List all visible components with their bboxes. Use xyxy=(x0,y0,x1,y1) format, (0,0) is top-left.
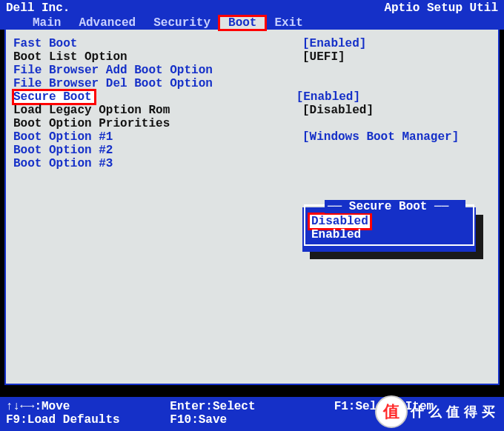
setting-value-5[interactable]: [Enabled] xyxy=(296,90,360,104)
bios-screen: Dell Inc. Aptio Setup Util MainAdvancedS… xyxy=(0,0,504,431)
setting-label-9[interactable]: Boot Option #1 xyxy=(13,130,302,144)
tab-exit[interactable]: Exit xyxy=(265,16,311,30)
secure-boot-popup: ── Secure Boot ── DisabledEnabled xyxy=(302,207,476,252)
watermark: 值 什么值得买 xyxy=(375,395,500,428)
tab-security[interactable]: Security xyxy=(145,16,219,30)
tab-advanced[interactable]: Advanced xyxy=(70,16,145,30)
watermark-icon: 值 xyxy=(375,395,408,428)
setting-label-10[interactable]: Boot Option #2 xyxy=(13,144,302,157)
popup-option-enabled[interactable]: Enabled xyxy=(310,228,468,241)
utility-label: Aptio Setup Util xyxy=(384,1,498,15)
hint-f9: F9:Load Defaults xyxy=(6,413,170,427)
setting-label-11[interactable]: Boot Option #3 xyxy=(13,157,302,170)
hint-move: ↑↓←→:Move xyxy=(6,400,170,413)
hint-enter: Enter:Select xyxy=(170,400,334,413)
tab-bar: MainAdvancedSecurityBootExit xyxy=(6,16,498,30)
watermark-text: 什么值得买 xyxy=(411,403,500,421)
vendor-label: Dell Inc. xyxy=(6,1,70,15)
setting-label-2[interactable]: Boot List Option xyxy=(13,50,302,64)
setting-value-2[interactable]: [UEFI] xyxy=(302,50,345,64)
popup-option-disabled[interactable]: Disabled xyxy=(310,215,370,228)
setting-label-6[interactable]: Load Legacy Option Rom xyxy=(13,104,302,117)
tab-main[interactable]: Main xyxy=(24,16,70,30)
setting-value-0[interactable]: [Enabled] xyxy=(302,37,366,50)
setting-value-6[interactable]: [Disabled] xyxy=(302,104,374,117)
setting-value-9[interactable]: [Windows Boot Manager] xyxy=(302,130,459,144)
setting-label-4[interactable]: File Browser Del Boot Option xyxy=(13,77,302,90)
setting-label-3[interactable]: File Browser Add Boot Option xyxy=(13,64,302,77)
hint-f10: F10:Save xyxy=(170,413,334,427)
bios-header: Dell Inc. Aptio Setup Util MainAdvancedS… xyxy=(0,0,504,30)
setting-label-0[interactable]: Fast Boot xyxy=(13,37,302,50)
setting-label-8: Boot Option Priorities xyxy=(13,117,302,130)
popup-title: ── Secure Boot ── xyxy=(325,200,465,213)
setting-label-5[interactable]: Secure Boot xyxy=(13,90,95,104)
tab-boot[interactable]: Boot xyxy=(219,16,265,30)
